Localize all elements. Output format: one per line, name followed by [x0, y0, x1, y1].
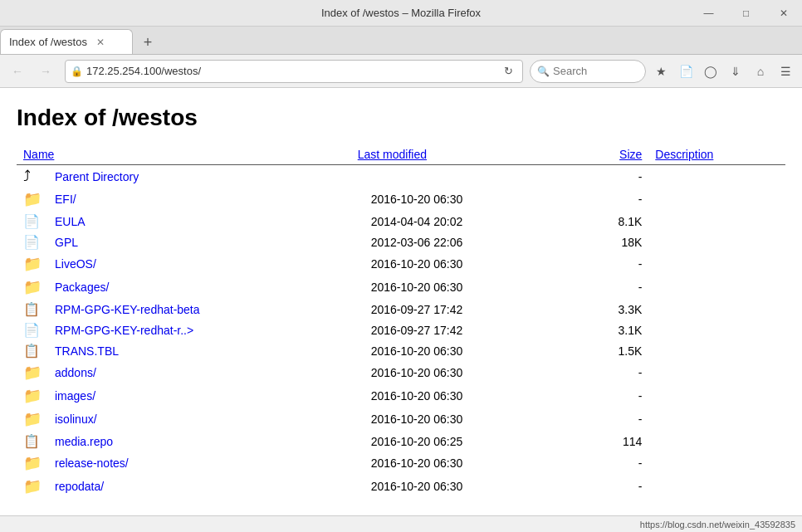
file-date-cell: 2016-10-20 06:30	[351, 408, 578, 431]
address-bar[interactable]	[86, 65, 500, 77]
file-date-cell: 2016-10-20 06:30	[351, 276, 578, 299]
file-date-cell: 2016-10-20 06:30	[351, 384, 578, 408]
table-row: 📋TRANS.TBL2016-10-20 06:301.5K	[17, 340, 785, 361]
file-link[interactable]: Parent Directory	[55, 170, 139, 183]
file-link[interactable]: GPL	[55, 236, 78, 249]
nav-icons: ★ 📄 ◯ ⇓ ⌂ ☰	[649, 60, 797, 83]
file-size-cell: -	[578, 252, 649, 276]
table-header-row: Name Last modified Size Description	[17, 144, 785, 165]
table-row: 📄GPL2012-03-06 22:0618K	[17, 232, 785, 252]
file-icon-cell: ⤴	[17, 165, 48, 188]
search-bar-container: 🔍	[530, 60, 646, 83]
file-name-cell: LiveOS/	[48, 252, 351, 276]
file-icon-cell: 📄	[17, 232, 48, 252]
file-size-cell: 18K	[578, 232, 649, 252]
unknown-file-icon: 📋	[23, 434, 40, 448]
folder-icon: 📁	[23, 256, 42, 272]
file-desc-cell	[648, 431, 785, 451]
reload-button[interactable]: ↻	[500, 63, 517, 79]
title-bar: Index of /westos – Mozilla Firefox — □ ✕	[0, 0, 802, 27]
file-desc-cell	[648, 451, 785, 475]
file-name-cell: isolinux/	[48, 408, 351, 431]
file-date-cell: 2016-10-20 06:30	[351, 252, 578, 276]
home-icon[interactable]: ⌂	[749, 60, 772, 83]
file-desc-cell	[648, 188, 785, 211]
table-row: 📁release-notes/2016-10-20 06:30-	[17, 451, 785, 475]
file-link[interactable]: addons/	[55, 366, 96, 379]
bookmarks-icon[interactable]: ★	[649, 60, 672, 83]
file-desc-cell	[648, 232, 785, 252]
file-link[interactable]: images/	[55, 389, 95, 403]
back-button[interactable]: ←	[5, 59, 30, 84]
table-row: 📁repodata/2016-10-20 06:30-	[17, 475, 785, 498]
table-row: 📁Packages/2016-10-20 06:30-	[17, 276, 785, 299]
file-name-cell: EULA	[48, 211, 351, 232]
file-name-cell: media.repo	[48, 431, 351, 451]
file-desc-cell	[648, 408, 785, 431]
new-tab-button[interactable]: +	[136, 31, 159, 54]
folder-icon: 📁	[23, 279, 42, 295]
table-row: 📁isolinux/2016-10-20 06:30-	[17, 408, 785, 431]
file-name-cell: addons/	[48, 361, 351, 384]
file-link[interactable]: RPM-GPG-KEY-redhat-beta	[55, 303, 200, 316]
file-link[interactable]: EULA	[55, 215, 86, 228]
file-name-cell: Parent Directory	[48, 165, 351, 188]
tab-close-button[interactable]: ✕	[94, 36, 107, 49]
pocket-icon[interactable]: ◯	[699, 60, 722, 83]
file-name-cell: TRANS.TBL	[48, 340, 351, 361]
synced-tabs-icon[interactable]: 📄	[674, 60, 697, 83]
folder-icon: 📁	[23, 411, 42, 427]
col-name[interactable]: Name	[17, 144, 351, 165]
file-link[interactable]: Packages/	[55, 281, 109, 294]
unknown-file-icon: 📋	[23, 302, 40, 316]
file-date-cell: 2016-10-20 06:30	[351, 451, 578, 475]
download-icon[interactable]: ⇓	[724, 60, 747, 83]
col-description[interactable]: Description	[648, 144, 785, 165]
tab-label: Index of /westos	[9, 36, 87, 48]
nav-bar: ← → 🔒 ↻ 🔍 ★ 📄 ◯ ⇓ ⌂ ☰	[0, 55, 802, 88]
forward-button[interactable]: →	[33, 59, 58, 84]
file-link[interactable]: TRANS.TBL	[55, 344, 119, 358]
close-button[interactable]: ✕	[765, 0, 802, 26]
file-size-cell: -	[578, 451, 649, 475]
col-last-modified[interactable]: Last modified	[351, 144, 578, 165]
table-row: 📁LiveOS/2016-10-20 06:30-	[17, 252, 785, 276]
file-icon-cell: 📁	[17, 276, 48, 299]
folder-icon: 📁	[23, 455, 42, 471]
file-table: Name Last modified Size Description ⤴Par…	[17, 144, 785, 498]
file-icon-cell: 📁	[17, 475, 48, 498]
tab-bar: Index of /westos ✕ +	[0, 27, 802, 55]
table-row: 📄RPM-GPG-KEY-redhat-r..>2016-09-27 17:42…	[17, 320, 785, 340]
tab-index-westos[interactable]: Index of /westos ✕	[0, 29, 133, 54]
file-name-cell: EFI/	[48, 188, 351, 211]
file-link[interactable]: release-notes/	[55, 456, 129, 470]
col-size[interactable]: Size	[578, 144, 649, 165]
file-date-cell: 2016-10-20 06:30	[351, 340, 578, 361]
file-date-cell: 2016-09-27 17:42	[351, 299, 578, 320]
page-content: Index of /westos Name Last modified Size…	[0, 88, 802, 532]
window-controls: — □ ✕	[690, 0, 802, 26]
file-size-cell: -	[578, 276, 649, 299]
file-desc-cell	[648, 165, 785, 188]
minimize-button[interactable]: —	[690, 0, 727, 26]
file-link[interactable]: LiveOS/	[55, 257, 96, 271]
file-desc-cell	[648, 252, 785, 276]
status-bar: https://blog.csdn.net/weixin_43592835	[0, 515, 802, 532]
file-link[interactable]: EFI/	[55, 193, 76, 206]
file-link[interactable]: repodata/	[55, 480, 104, 493]
folder-icon: 📁	[23, 388, 42, 404]
text-file-icon: 📄	[23, 323, 40, 337]
file-link[interactable]: isolinux/	[55, 412, 97, 426]
file-size-cell: -	[578, 408, 649, 431]
search-input[interactable]	[553, 65, 638, 77]
folder-icon: 📁	[23, 364, 42, 381]
file-desc-cell	[648, 299, 785, 320]
file-link[interactable]: RPM-GPG-KEY-redhat-r..>	[55, 324, 193, 337]
file-size-cell: -	[578, 384, 649, 408]
file-name-cell: images/	[48, 384, 351, 408]
file-desc-cell	[648, 384, 785, 408]
file-size-cell: 3.1K	[578, 320, 649, 340]
menu-icon[interactable]: ☰	[774, 60, 797, 83]
file-link[interactable]: media.repo	[55, 435, 113, 448]
maximize-button[interactable]: □	[727, 0, 765, 26]
